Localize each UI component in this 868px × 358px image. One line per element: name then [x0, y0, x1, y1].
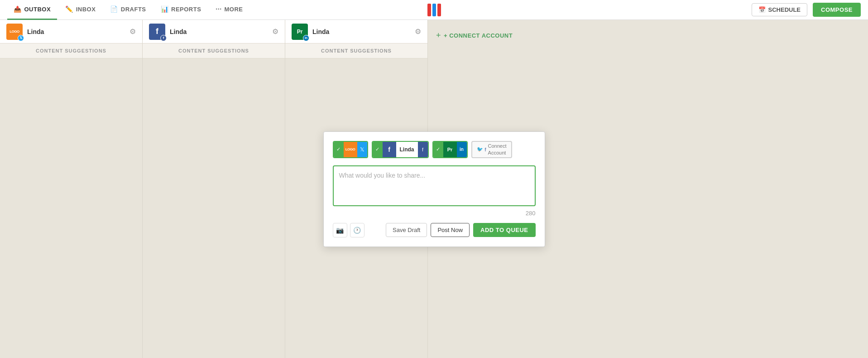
chip-avatar-twitter: LOGO: [344, 141, 357, 158]
linkedin-badge: in: [303, 35, 309, 41]
connect-twitter-icon: 🐦: [477, 146, 483, 152]
compose-button[interactable]: COMPOSE: [813, 3, 861, 17]
drafts-label: DRAFTS: [121, 6, 146, 13]
more-label: MORE: [225, 6, 243, 13]
nav-reports[interactable]: 📊 REPORTS: [154, 0, 208, 20]
app-logo: [427, 4, 441, 16]
account-info-twitter: LOGO 𝕏 Linda: [6, 24, 44, 40]
chip-check-linkedin: ✓: [433, 142, 443, 157]
account-name-linkedin: Linda: [312, 28, 329, 35]
gear-icon-facebook[interactable]: ⚙: [272, 27, 278, 36]
connect-account-button[interactable]: + + CONNECT ACCOUNT: [434, 26, 514, 45]
add-to-queue-button[interactable]: ADD TO QUEUE: [473, 223, 535, 237]
gear-icon-twitter[interactable]: ⚙: [129, 27, 136, 36]
save-draft-button[interactable]: Save Draft: [386, 223, 427, 237]
chip-avatar-facebook: f: [383, 141, 396, 158]
nav-right: 📅 SCHEDULE COMPOSE: [752, 3, 861, 17]
column-twitter: LOGO 𝕏 Linda ⚙ CONTENT SUGGESTIONS: [0, 20, 143, 358]
schedule-button[interactable]: 📅 SCHEDULE: [752, 3, 808, 16]
more-icon: ···: [216, 5, 221, 13]
outbox-icon: 📤: [14, 5, 22, 13]
image-upload-button[interactable]: 📷: [333, 223, 347, 237]
chip-social-twitter: 𝕏: [357, 141, 367, 158]
schedule-time-button[interactable]: 🕐: [350, 223, 364, 237]
column-body-facebook: [143, 58, 285, 358]
post-now-button[interactable]: Post Now: [431, 223, 470, 237]
avatar-linkedin: Pr in: [292, 24, 308, 40]
gear-icon-linkedin[interactable]: ⚙: [415, 27, 421, 36]
account-selector: ✓ LOGO 𝕏 ✓ f Linda f ✓ Pr in 🐦: [333, 141, 536, 158]
account-chip-twitter[interactable]: ✓ LOGO 𝕏: [333, 141, 368, 158]
schedule-label: SCHEDULE: [768, 6, 801, 13]
top-nav: 📤 OUTBOX ✏️ INBOX 📄 DRAFTS 📊 REPORTS ···…: [0, 0, 868, 20]
toolbar-left: 📷 🕐: [333, 223, 364, 237]
facebook-badge: f: [160, 35, 167, 41]
avatar-facebook: f f: [149, 24, 165, 40]
avatar-logo-text: LOGO: [10, 29, 19, 34]
chip-check-twitter: ✓: [334, 142, 344, 157]
schedule-icon: 📅: [758, 6, 766, 13]
compose-modal: ✓ LOGO 𝕏 ✓ f Linda f ✓ Pr in 🐦: [323, 131, 545, 247]
nav-left: 📤 OUTBOX ✏️ INBOX 📄 DRAFTS 📊 REPORTS ···…: [7, 0, 249, 20]
account-info-linkedin: Pr in Linda: [292, 24, 329, 40]
reports-icon: 📊: [161, 5, 169, 13]
drafts-icon: 📄: [110, 5, 118, 13]
account-name-twitter: Linda: [27, 28, 44, 35]
account-info-facebook: f f Linda: [149, 24, 187, 40]
connect-account-chip[interactable]: 🐦 f Connect Account: [471, 141, 512, 158]
avatar-pr-text: Pr: [297, 29, 303, 35]
connect-chip-text: Connect Account: [488, 143, 507, 156]
camera-icon: 📷: [336, 227, 344, 234]
content-suggestions-facebook: CONTENT SUGGESTIONS: [143, 44, 285, 58]
column-facebook: f f Linda ⚙ CONTENT SUGGESTIONS: [143, 20, 285, 358]
outbox-label: OUTBOX: [24, 6, 51, 13]
column-body-twitter: [0, 58, 142, 358]
content-suggestions-twitter: CONTENT SUGGESTIONS: [0, 44, 142, 58]
column-header-facebook: f f Linda ⚙: [143, 20, 285, 44]
reports-label: REPORTS: [171, 6, 201, 13]
nav-inbox[interactable]: ✏️ INBOX: [59, 0, 102, 20]
account-chip-facebook[interactable]: ✓ f Linda f: [372, 141, 429, 158]
connect-fb-icon: f: [485, 147, 486, 152]
chip-name-facebook: Linda: [396, 142, 418, 157]
clock-icon: 🕐: [353, 227, 361, 234]
toolbar-right: Save Draft Post Now ADD TO QUEUE: [386, 223, 536, 237]
logo-bar-1: [427, 4, 431, 16]
logo-bar-3: [437, 4, 441, 16]
inbox-label: INBOX: [76, 6, 96, 13]
account-name-facebook: Linda: [170, 28, 187, 35]
avatar-fb-text: f: [156, 27, 158, 36]
nav-outbox[interactable]: 📤 OUTBOX: [7, 0, 57, 20]
column-header-twitter: LOGO 𝕏 Linda ⚙: [0, 20, 142, 44]
chip-avatar-linkedin: Pr: [443, 141, 457, 158]
connect-plus-icon: +: [436, 31, 441, 40]
compose-toolbar: 📷 🕐 Save Draft Post Now ADD TO QUEUE: [333, 223, 536, 237]
chip-social-linkedin: in: [457, 141, 467, 158]
chip-check-facebook: ✓: [373, 142, 383, 157]
nav-more[interactable]: ··· MORE: [209, 0, 249, 20]
nav-drafts[interactable]: 📄 DRAFTS: [104, 0, 152, 20]
avatar-twitter: LOGO 𝕏: [6, 24, 23, 40]
compose-textarea[interactable]: [333, 165, 536, 206]
content-suggestions-linkedin: CONTENT SUGGESTIONS: [285, 44, 427, 58]
char-count: 280: [333, 210, 536, 217]
twitter-badge: 𝕏: [18, 35, 24, 41]
account-chip-linkedin[interactable]: ✓ Pr in: [432, 141, 468, 158]
logo-bar-2: [432, 4, 436, 16]
inbox-icon: ✏️: [65, 5, 73, 13]
connect-account-label: + CONNECT ACCOUNT: [444, 32, 513, 39]
chip-social-facebook: f: [418, 141, 428, 158]
column-header-linkedin: Pr in Linda ⚙: [285, 20, 427, 44]
